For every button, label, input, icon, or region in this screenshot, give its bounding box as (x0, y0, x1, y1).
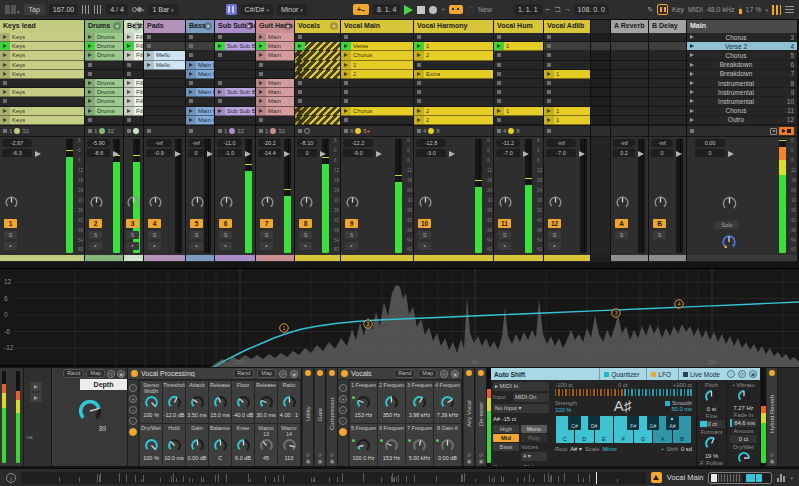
arm-button[interactable]: ● (299, 242, 312, 250)
scene-launch-button[interactable] (690, 109, 694, 113)
track-stop-button[interactable] (417, 129, 421, 133)
clip[interactable]: Fill (124, 88, 143, 97)
volume-field[interactable]: 0 (188, 149, 204, 157)
solo-button[interactable]: Solo (715, 221, 739, 229)
clip[interactable]: 1 (494, 42, 543, 51)
hot-swap-icon[interactable]: ▫ (727, 370, 735, 378)
clip-stop-button[interactable] (259, 63, 263, 67)
clip[interactable]: Keys (0, 88, 84, 97)
return-activator-button[interactable]: A (615, 219, 628, 228)
clip[interactable]: 2 (341, 70, 413, 79)
clip-slot[interactable] (494, 70, 543, 79)
io-show-hide-icon[interactable] (772, 5, 781, 15)
macro-control[interactable]: 4 Frequen7.39 kHz (434, 381, 461, 423)
macro-knob[interactable] (282, 395, 297, 411)
clip[interactable]: Main (256, 51, 294, 60)
clip-slot[interactable] (414, 79, 493, 88)
dry-wet-knob[interactable] (737, 451, 751, 466)
tempo-field[interactable]: 167.00 (49, 4, 78, 15)
macro-control[interactable]: Macro 1345 (255, 424, 277, 466)
clip-stop-button[interactable] (189, 35, 193, 39)
send-knob[interactable] (299, 195, 314, 211)
clip-slot[interactable] (256, 61, 294, 70)
clip-stop-button[interactable] (218, 81, 222, 85)
macro-knob[interactable] (412, 438, 427, 454)
clip-play-button[interactable] (295, 116, 305, 124)
clip[interactable]: Main (256, 33, 294, 42)
clip[interactable]: Fill (124, 33, 143, 42)
amount-field[interactable]: 0 ct (730, 435, 757, 443)
clip-slot[interactable] (85, 61, 123, 70)
strength-value[interactable]: 100 % (555, 407, 593, 413)
track-header[interactable]: Vocals▾ (295, 20, 340, 33)
clip[interactable]: Chorus (341, 51, 413, 60)
back-to-arrangement-button[interactable] (770, 128, 777, 135)
clip-slot[interactable] (341, 88, 413, 97)
auto-shift-title-bar[interactable]: Auto Shift Quantizer LFO Live Mode ▫ ⟳ ▣ (491, 368, 760, 380)
macro-knob[interactable] (384, 438, 399, 454)
clip-play-button[interactable] (256, 51, 266, 59)
clip[interactable]: 2 (414, 107, 493, 116)
scene-launch-button[interactable] (690, 35, 694, 39)
clip[interactable]: Main li (186, 107, 214, 116)
clip-slot[interactable] (544, 88, 590, 97)
loop-length-display[interactable]: 108. 0. 0 (574, 4, 609, 15)
clip[interactable]: Keys (0, 107, 84, 116)
macro-control[interactable]: BalanceC (209, 424, 231, 466)
fine-slider[interactable]: 0 ct (699, 420, 725, 428)
collapsed-device-airy-vocal[interactable]: Airy Vocal⟳▣ (464, 368, 475, 466)
track-stop-button[interactable] (298, 129, 302, 133)
return-activator-button[interactable]: B (653, 219, 666, 228)
clip[interactable]: Drums (85, 88, 123, 97)
draw-mode-icon[interactable]: ✎ (647, 6, 653, 14)
clip-slot[interactable] (124, 61, 143, 70)
macro-knob[interactable] (190, 438, 205, 454)
clip[interactable]: Mello (144, 61, 185, 70)
clip-stop-button[interactable] (497, 63, 501, 67)
clip-slot[interactable] (144, 97, 185, 106)
clip-play-button[interactable] (186, 61, 196, 69)
volume-field[interactable]: -1.0 (217, 149, 242, 157)
rack-title-bar[interactable]: Vocal Processing Rand Map ⟳ ▣ (128, 368, 301, 380)
solo-button[interactable]: S (299, 231, 312, 239)
rack-toggle-icon[interactable]: + (129, 395, 137, 403)
macro-control[interactable]: 7 Frequen5.00 kHz (406, 424, 433, 466)
clip[interactable]: Keys (0, 116, 84, 125)
pan-control[interactable] (320, 151, 326, 157)
clip-play-button[interactable] (85, 97, 95, 105)
play-button[interactable] (404, 5, 413, 15)
clip-stop-button[interactable] (547, 99, 551, 103)
clip-slot[interactable] (414, 33, 493, 42)
tab-lfo[interactable]: LFO (646, 368, 675, 380)
clip-play-button[interactable] (0, 88, 10, 96)
clip-slot[interactable] (295, 88, 340, 97)
stop-button[interactable] (417, 6, 425, 14)
track-header[interactable]: Vocal Hum (494, 20, 543, 33)
macro-control[interactable]: Attack3.50 ms (186, 381, 208, 423)
solo-button[interactable]: S (89, 231, 102, 239)
return-header[interactable]: A Reverb (611, 20, 648, 33)
scene-row[interactable]: Chorus3 (687, 33, 797, 42)
clip-slot[interactable] (186, 33, 214, 42)
history-icon[interactable]: ⟳ (440, 370, 448, 378)
clip-slot[interactable] (144, 116, 185, 125)
chain-unfold-button[interactable] (30, 393, 42, 402)
track-header[interactable]: Beats▾ (124, 20, 143, 33)
macro-control[interactable]: Threshold-12.0 dB (163, 381, 185, 423)
track-stop-button[interactable] (147, 129, 151, 133)
macro-control[interactable]: 1 Frequen153 Hz (350, 381, 377, 423)
mixer-menu-icon[interactable] (785, 6, 794, 13)
track-stop-button[interactable] (88, 129, 92, 133)
clip-play-button[interactable] (124, 97, 134, 105)
arm-button[interactable]: ● (260, 242, 273, 250)
volume-field[interactable]: 0 (695, 149, 725, 157)
macro-knob[interactable] (440, 438, 455, 454)
clip-play-button-active[interactable] (295, 42, 305, 50)
scale-name-menu[interactable]: Minor ▾ (277, 4, 307, 15)
rack-toggle-icon[interactable]: ◦ (129, 384, 137, 392)
clip-stop-button[interactable] (344, 118, 348, 122)
clip-play-button[interactable] (124, 88, 134, 96)
macro-control[interactable]: Gain0.00 dB (186, 424, 208, 466)
volume-field[interactable]: -7.0 (496, 149, 520, 157)
clip[interactable]: Drums (85, 42, 123, 51)
